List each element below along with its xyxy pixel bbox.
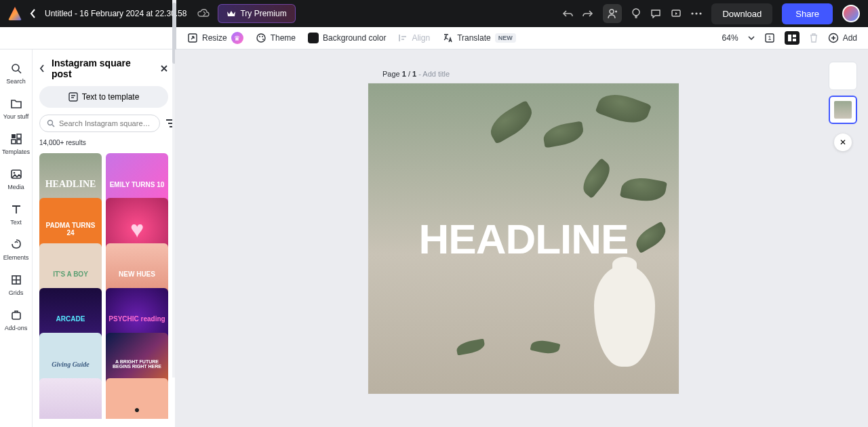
translate-label: Translate bbox=[457, 33, 491, 43]
leaf-decoration bbox=[456, 338, 486, 355]
translate-tool[interactable]: Translate NEW bbox=[442, 33, 516, 43]
add-title-sep: - bbox=[416, 70, 422, 78]
leaf-decoration bbox=[595, 88, 652, 129]
template-thumb[interactable]: ● bbox=[106, 378, 168, 419]
search-icon bbox=[9, 62, 23, 75]
svg-point-23 bbox=[13, 172, 15, 174]
align-icon bbox=[398, 33, 408, 43]
svg-rect-25 bbox=[12, 312, 20, 319]
lightbulb-icon[interactable] bbox=[631, 8, 641, 19]
rail-text[interactable]: Text bbox=[0, 197, 32, 231]
resize-tool[interactable]: Resize ♛ bbox=[187, 32, 243, 44]
canvas[interactable]: HEADLINE bbox=[368, 83, 679, 394]
headline-text[interactable]: HEADLINE bbox=[419, 215, 629, 263]
template-thumb[interactable] bbox=[39, 378, 102, 419]
svg-text:1: 1 bbox=[768, 35, 771, 41]
rail-grids[interactable]: Grids bbox=[0, 268, 32, 302]
page-sep: / bbox=[406, 70, 412, 78]
t2t-label: Text to template bbox=[82, 92, 140, 102]
svg-point-0 bbox=[610, 9, 614, 14]
page-info-icon[interactable]: 1 bbox=[764, 33, 775, 43]
close-pages-strip[interactable]: ✕ bbox=[834, 134, 852, 151]
text-to-template-icon bbox=[68, 92, 78, 102]
bgcolor-label: Background color bbox=[323, 33, 386, 43]
align-tool: Align bbox=[398, 33, 430, 43]
svg-rect-26 bbox=[69, 93, 77, 101]
svg-point-9 bbox=[262, 36, 263, 37]
results-count: 14,000+ results bbox=[39, 139, 168, 146]
text-to-template-button[interactable]: Text to template bbox=[39, 86, 168, 108]
back-button[interactable] bbox=[30, 9, 37, 18]
add-title-link[interactable]: Add title bbox=[422, 70, 450, 78]
undo-button[interactable] bbox=[562, 9, 573, 18]
svg-rect-19 bbox=[17, 134, 21, 138]
rail-templates[interactable]: Templates bbox=[0, 127, 32, 161]
download-button[interactable]: Download bbox=[711, 3, 772, 24]
vase-decoration bbox=[594, 265, 655, 367]
panel-close-icon[interactable] bbox=[160, 64, 168, 73]
search-input-wrap[interactable] bbox=[39, 115, 160, 132]
rail-yourstuff-label: Your stuff bbox=[3, 113, 29, 120]
resize-label: Resize bbox=[202, 33, 227, 43]
theme-label: Theme bbox=[271, 33, 296, 43]
cloud-status-icon bbox=[197, 9, 210, 18]
document-title[interactable]: Untitled - 16 February 2024 at 22.30.58 bbox=[45, 9, 186, 18]
app-logo[interactable] bbox=[8, 7, 22, 20]
add-page-thumb[interactable] bbox=[829, 62, 857, 90]
zoom-dropdown-icon[interactable] bbox=[748, 36, 755, 40]
svg-point-8 bbox=[259, 36, 260, 37]
more-menu-icon[interactable] bbox=[691, 12, 702, 15]
rail-yourstuff[interactable]: Your stuff bbox=[0, 92, 32, 125]
new-badge: NEW bbox=[495, 33, 516, 43]
svg-rect-15 bbox=[793, 39, 796, 41]
rail-addons-label: Add-ons bbox=[5, 325, 28, 331]
comments-icon[interactable] bbox=[650, 9, 661, 18]
bgcolor-tool[interactable]: Background color bbox=[308, 33, 386, 43]
rail-search[interactable]: Search bbox=[0, 56, 32, 90]
present-icon[interactable] bbox=[671, 9, 682, 18]
slideshow-icon[interactable] bbox=[785, 31, 800, 45]
add-collaborator-button[interactable] bbox=[603, 4, 622, 23]
svg-point-5 bbox=[700, 12, 702, 14]
leaf-decoration bbox=[530, 338, 561, 356]
folder-icon bbox=[9, 97, 23, 110]
zoom-level[interactable]: 64% bbox=[722, 33, 738, 43]
page-label[interactable]: Page 1 / 1 - Add title bbox=[365, 58, 450, 83]
svg-rect-20 bbox=[12, 140, 16, 144]
svg-rect-14 bbox=[793, 35, 796, 37]
svg-point-4 bbox=[696, 12, 698, 14]
rail-media[interactable]: Media bbox=[0, 162, 32, 196]
svg-rect-18 bbox=[12, 134, 16, 138]
delete-page-icon bbox=[809, 33, 818, 43]
templates-grid: HEADLINEEMILY TURNS 10♛PADMA TURNS 24♛♥♛… bbox=[39, 153, 168, 419]
media-icon bbox=[9, 167, 23, 181]
share-button[interactable]: Share bbox=[782, 3, 833, 24]
translate-icon bbox=[442, 33, 453, 43]
align-label: Align bbox=[412, 33, 430, 43]
rail-templates-label: Templates bbox=[2, 148, 30, 155]
svg-rect-21 bbox=[17, 140, 21, 144]
rail-elements-label: Elements bbox=[3, 254, 29, 261]
rail-elements[interactable]: Elements bbox=[0, 232, 32, 266]
theme-tool[interactable]: Theme bbox=[256, 33, 296, 43]
rail-media-label: Media bbox=[7, 184, 24, 190]
resize-icon bbox=[187, 33, 198, 43]
svg-point-27 bbox=[48, 121, 53, 125]
search-input[interactable] bbox=[59, 119, 153, 127]
add-page-button[interactable]: Add bbox=[828, 33, 857, 43]
grids-icon bbox=[9, 273, 23, 287]
page-prefix: Page bbox=[382, 70, 402, 78]
redo-button[interactable] bbox=[583, 9, 593, 18]
try-premium-button[interactable]: Try Premium bbox=[218, 4, 295, 23]
rail-addons[interactable]: Add-ons bbox=[0, 303, 32, 337]
user-avatar[interactable] bbox=[842, 5, 860, 22]
rail-search-label: Search bbox=[6, 78, 26, 85]
rail-text-label: Text bbox=[10, 219, 22, 226]
leaf-decoration bbox=[542, 121, 585, 148]
rail-grids-label: Grids bbox=[9, 289, 24, 296]
premium-label: Try Premium bbox=[240, 9, 286, 18]
page-thumb-1[interactable] bbox=[829, 96, 857, 124]
color-swatch-icon bbox=[308, 33, 319, 43]
svg-point-10 bbox=[262, 39, 264, 40]
panel-back-icon[interactable] bbox=[39, 64, 45, 73]
